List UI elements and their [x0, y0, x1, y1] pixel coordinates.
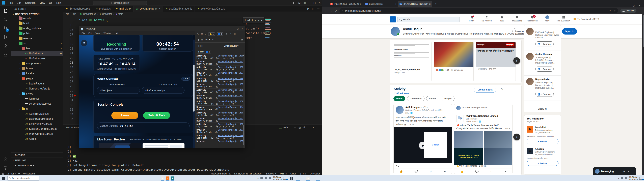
sidebar-section[interactable]: ›OUTLINE — [11, 152, 63, 158]
git-branch[interactable]: ⎇main* — [6, 172, 16, 175]
like-button[interactable]: 👍 — [400, 170, 403, 173]
sidebar-section[interactable]: ›RUNNING TASKS — [11, 163, 63, 168]
editor-tab[interactable]: JS useDraftManager.js — [163, 6, 195, 12]
nav-my-network[interactable]: My Network — [480, 16, 494, 24]
new-terminal-icon[interactable]: ＋ — [294, 126, 296, 129]
task-select[interactable]: Wireframe Design — [142, 87, 184, 94]
nav-home[interactable]: Home — [464, 16, 479, 24]
featured-partial-card[interactable] — [521, 42, 522, 81]
source-link[interactable]: ScreenshotApp.js:1308 — [218, 78, 243, 80]
more-icon[interactable]: ⋯ — [622, 170, 625, 172]
tree-item[interactable]: ⌄ styles — [11, 91, 63, 96]
tree-item[interactable]: JS WorkContextCard.js — [11, 132, 63, 136]
menu-item[interactable]: File — [7, 1, 14, 5]
messages-badge[interactable]: 1 — [217, 32, 224, 36]
avatar[interactable] — [456, 106, 461, 110]
taskbar-app-icon[interactable] — [54, 175, 59, 181]
status-item[interactable]: Not Committed Yet — [211, 172, 230, 175]
context-selector[interactable]: top ▾ — [205, 38, 210, 41]
tree-item[interactable]: › public — [11, 31, 63, 36]
avatar[interactable] — [526, 53, 534, 60]
taskbar-app-icon[interactable]: ▣ — [170, 175, 175, 181]
accounts-icon[interactable]: ◍ — [2, 172, 4, 175]
console-entry[interactable]: BrowserScreenshotApp.js:1307 History Sta… — [195, 106, 245, 111]
breakpoint-arrow-icon[interactable] — [74, 94, 76, 96]
taskbar-clock[interactable]: 10:48 AM1/16/2026 — [273, 176, 282, 181]
repost-button[interactable]: ⇄ — [430, 170, 432, 173]
activity-filter-pill[interactable]: Videos — [426, 96, 439, 101]
bookmark-star-icon[interactable]: ☆ — [614, 10, 616, 12]
minimize-button[interactable]: ─ — [626, 4, 628, 7]
console-entry[interactable]: BrowserScreenshotApp.js:1307 History Sta… — [195, 140, 245, 143]
network-icon[interactable] — [625, 177, 628, 179]
source-link[interactable]: ScreenshotApp.js:1308 — [218, 89, 243, 91]
taskbar-app-icon[interactable] — [44, 175, 49, 181]
layout-customize-icon[interactable]: ▦ — [304, 2, 306, 4]
nav-jobs[interactable]: Jobs — [495, 16, 509, 24]
play-button[interactable]: ▶ — [419, 142, 427, 149]
reaction-stats[interactable]: 👍❤ 53 · 2 comments · 1 repost — [456, 164, 486, 167]
featured-news-card[interactable]: মুক্তির লড়াইমুক্তির লড়াই নাসা জয়ে এক … — [476, 42, 516, 81]
editor-tab[interactable]: C# UrlGetter.cs M ✕ — [134, 6, 163, 12]
console-entry[interactable]: BrowserScreenshotApp.js:1307 History Sta… — [195, 60, 245, 66]
status-item[interactable]: Ln 23, Col 36 (11 selected) — [234, 172, 262, 175]
edit-pencil-icon[interactable]: ✎ — [501, 87, 503, 91]
browser-tab[interactable]: M Inbox (4,015) - asiful35-296... ✕ — [329, 1, 363, 7]
more-tabs-icon[interactable]: » — [205, 33, 206, 35]
test-beaker-icon[interactable] — [2, 50, 10, 58]
console-entry[interactable]: BrowserScreenshotApp.js:1307 History Sta… — [195, 117, 245, 123]
connect-button[interactable]: 👤+Connect — [535, 66, 554, 72]
follow-button[interactable]: + Follow — [526, 139, 558, 144]
status-item[interactable]: UTF-8 — [280, 172, 287, 175]
featured-photo-card[interactable]: 164 · 32 comments — [434, 42, 474, 81]
settings-gear-icon[interactable]: ⚙ — [226, 33, 228, 35]
avatar[interactable] — [526, 28, 534, 35]
source-link[interactable]: ScreenshotApp.js:1307 — [218, 72, 243, 74]
explorer-icon[interactable] — [2, 7, 10, 15]
search-icon[interactable] — [2, 16, 10, 24]
screenshot-thumbnail[interactable] — [98, 143, 140, 148]
send-button[interactable]: ➤ — [504, 170, 506, 173]
editor-tab[interactable]: JS ScreenshotApp.js — [63, 6, 93, 12]
source-link[interactable]: ScreenshotApp.js:1307 — [218, 94, 243, 97]
menu-item[interactable]: ··· — [64, 1, 69, 5]
layout-sidebar-icon[interactable]: ◧ — [293, 2, 295, 4]
terminal-process[interactable]: node⌄ — [279, 126, 291, 129]
next-match-icon[interactable]: ↓ — [258, 19, 259, 22]
company-logo[interactable]: b — [526, 126, 533, 132]
taskbar-app-icon[interactable]: X — [165, 175, 170, 181]
console-entry[interactable]: ActivityScreenshotApp.js:1308 Log State:… — [195, 111, 245, 117]
tree-item[interactable]: ⌄ bin ● — [11, 46, 63, 51]
menu-item[interactable]: File — [80, 32, 86, 35]
minimize-button[interactable]: ─ — [309, 2, 310, 4]
company-logo[interactable]: ⠿F — [456, 115, 464, 122]
status-item[interactable]: { } C# — [300, 172, 306, 175]
app-titlebar[interactable]: React App ─ ▢ ✕ — [79, 26, 245, 31]
kill-terminal-icon[interactable]: 🗑 — [303, 126, 306, 129]
hamburger-menu-button[interactable]: ≡ — [81, 40, 88, 46]
close-tab-icon[interactable]: ✕ — [158, 8, 160, 10]
start-button[interactable] — [288, 175, 295, 181]
search-input[interactable]: Search — [398, 16, 460, 22]
log-levels-select[interactable]: Default levels ▾ — [224, 44, 238, 47]
console-filter-input[interactable] — [197, 44, 222, 48]
try-premium-link[interactable]: Try Premium for BDT0 — [574, 18, 599, 20]
back-icon[interactable]: ← — [324, 9, 327, 12]
source-control-icon[interactable]: 2 — [2, 24, 10, 32]
show-all-link[interactable]: Show all — [524, 105, 561, 112]
close-tab-icon[interactable]: ✕ — [360, 3, 362, 5]
open-to-button[interactable]: Open to — [562, 28, 577, 34]
taskbar-search[interactable]: Type here to search — [8, 176, 39, 180]
display-icon[interactable] — [269, 177, 271, 179]
comment-button[interactable]: 💬 — [414, 170, 418, 173]
maximize-button[interactable]: ▢ — [237, 28, 239, 30]
address-bar[interactable]: ⩸ linkedin.com/in/asiful-haque-sourav/ 👁… — [340, 8, 618, 14]
see-more-link[interactable]: ...more — [502, 127, 510, 130]
followers-count[interactable]: 1,107 followers — [394, 92, 409, 94]
console-entry[interactable]: ActivityScreenshotApp.js:1308 Log State:… — [195, 100, 245, 106]
explorer-more-icon[interactable]: ⋯ — [58, 8, 60, 10]
menu-item[interactable]: Run — [55, 1, 63, 5]
speaker-icon[interactable] — [260, 177, 263, 179]
menu-item[interactable]: View — [38, 1, 46, 5]
nav-for-business[interactable]: For Business ▾ — [556, 16, 571, 24]
